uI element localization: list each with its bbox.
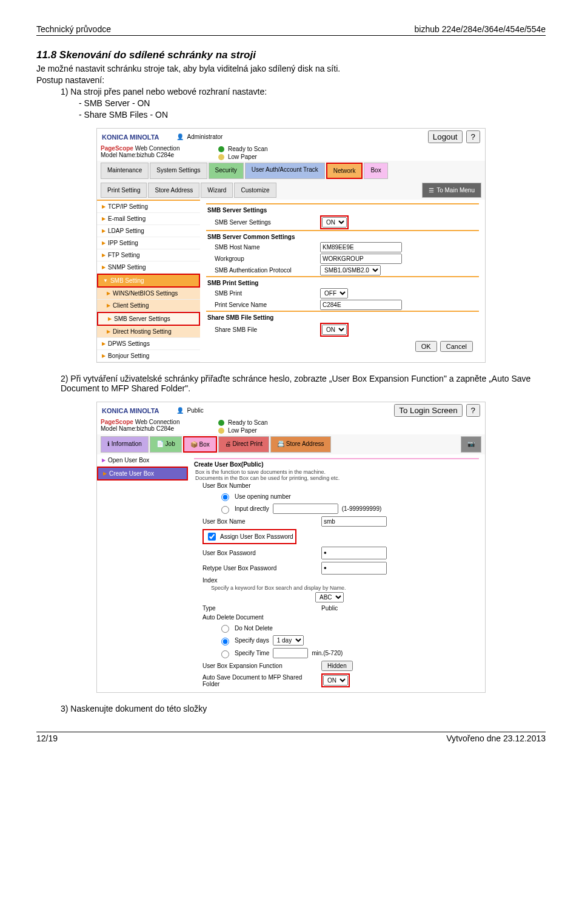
side-wins[interactable]: ▶WINS/NetBIOS Settings bbox=[97, 288, 200, 300]
ok-button[interactable]: OK bbox=[415, 341, 437, 352]
side-create-box[interactable]: ▶Create User Box bbox=[97, 467, 188, 481]
side-ldap[interactable]: ▶LDAP Setting bbox=[97, 225, 200, 237]
side-smb[interactable]: ▼SMB Setting bbox=[97, 274, 200, 288]
select-days[interactable]: 1 day bbox=[273, 635, 304, 646]
select-authproto[interactable]: SMB1.0/SMB2.0 bbox=[320, 265, 381, 275]
tab-box[interactable]: Box bbox=[364, 163, 387, 179]
camera-icon[interactable]: 📷 bbox=[461, 436, 481, 453]
chk-assign-pw[interactable] bbox=[208, 533, 216, 541]
tab-network[interactable]: Network bbox=[326, 163, 363, 179]
setup-label: Postup nastavení: bbox=[36, 75, 546, 85]
side-email[interactable]: ▶E-mail Setting bbox=[97, 213, 200, 225]
smb-server-select[interactable]: ON bbox=[322, 217, 347, 228]
radio-days[interactable] bbox=[221, 638, 229, 646]
subtab-print[interactable]: Print Setting bbox=[101, 183, 147, 198]
lbl-type: Type bbox=[202, 605, 318, 612]
val-type: Public bbox=[321, 605, 338, 612]
cancel-button[interactable]: Cancel bbox=[440, 341, 473, 352]
subtab-wizard[interactable]: Wizard bbox=[201, 183, 233, 198]
input-printname[interactable] bbox=[320, 300, 402, 310]
grp-smb-print: SMB Print Setting bbox=[206, 276, 479, 288]
tab-direct[interactable]: 🖨 Direct Print bbox=[218, 436, 269, 453]
section-title: 11.8 Skenování do sdílené schránky na st… bbox=[36, 49, 546, 61]
lbl-pw: User Box Password bbox=[202, 550, 318, 556]
tab-info[interactable]: ℹ Information bbox=[101, 436, 149, 453]
radio-time[interactable] bbox=[221, 650, 229, 658]
doc-footer: 12/19 Vytvořeno dne 23.12.2013 bbox=[36, 732, 546, 743]
select-smbprint[interactable]: OFF bbox=[320, 288, 348, 298]
step1b: - Share SMB Files - ON bbox=[79, 110, 546, 120]
select-index[interactable]: ABC bbox=[315, 592, 344, 602]
input-workgroup[interactable] bbox=[320, 254, 402, 264]
panel1-subtabs: Print Setting Store Address Wizard Custo… bbox=[97, 181, 485, 200]
panel2-tabs: ℹ Information 📄 Job 📦 Box 🖨 Direct Print… bbox=[97, 434, 485, 454]
tab-maintenance[interactable]: Maintenance bbox=[101, 163, 149, 179]
help-button[interactable]: ? bbox=[466, 130, 480, 143]
tab-store[interactable]: 📇 Store Address bbox=[270, 436, 331, 453]
side-client[interactable]: ▶Client Setting bbox=[97, 300, 200, 312]
input-boxname[interactable] bbox=[321, 516, 387, 527]
side-ipp[interactable]: ▶IPP Setting bbox=[97, 237, 200, 249]
panel1-sidebar: ▶TCP/IP Setting ▶E-mail Setting ▶LDAP Se… bbox=[97, 200, 200, 362]
sharefile-select-hl: ON bbox=[320, 323, 349, 337]
to-main-menu[interactable]: ☰To Main Menu bbox=[422, 183, 481, 198]
step2: 2) Při vytváření uživatelské schránky př… bbox=[61, 374, 546, 393]
radio-opening[interactable] bbox=[221, 493, 229, 501]
desc2: Documents in the Box can be used for pri… bbox=[194, 475, 479, 481]
doc-header: Technický průvodce bizhub 224e/284e/364e… bbox=[36, 24, 546, 36]
info-icon: ℹ bbox=[107, 440, 110, 447]
model-label-2: Model Name:bizhub C284e bbox=[101, 425, 210, 432]
lbl-printname: Print Service Name bbox=[215, 302, 318, 308]
radio-input[interactable] bbox=[221, 506, 229, 514]
brand: KONICA MINOLTA bbox=[102, 133, 159, 141]
input-pw2[interactable] bbox=[321, 562, 387, 575]
panel-admin: KONICA MINOLTA 👤Administrator Logout ? P… bbox=[96, 128, 486, 363]
tab-userauth[interactable]: User Auth/Account Track bbox=[245, 163, 325, 179]
side-snmp[interactable]: ▶SNMP Setting bbox=[97, 261, 200, 274]
input-boxnum[interactable] bbox=[273, 504, 338, 514]
job-icon: 📄 bbox=[156, 440, 164, 447]
lbl-expansion: User Box Expansion Function bbox=[202, 663, 318, 669]
panel2-sidebar: ▶Open User Box ▶Create User Box bbox=[97, 454, 188, 692]
input-hostname[interactable] bbox=[320, 242, 402, 252]
store-icon: 📇 bbox=[277, 440, 284, 447]
lbl-autodel: Auto Delete Document bbox=[202, 614, 318, 621]
box-icon: 📦 bbox=[190, 441, 198, 448]
admin-icon: 👤 bbox=[176, 133, 184, 140]
step1: 1) Na stroji přes panel nebo webové rozh… bbox=[61, 87, 546, 96]
side-smbserver[interactable]: ▶SMB Server Settings bbox=[97, 312, 200, 326]
menu-icon: ☰ bbox=[429, 187, 434, 194]
tab-system[interactable]: System Settings bbox=[150, 163, 207, 179]
logout-button[interactable]: Logout bbox=[428, 130, 463, 143]
grp-smb-server: SMB Server Settings bbox=[206, 203, 479, 215]
help-button[interactable]: ? bbox=[466, 404, 480, 417]
step3: 3) Naskenujte dokument do této složky bbox=[61, 704, 546, 713]
doc-header-right: bizhub 224e/284e/364e/454e/554e bbox=[415, 24, 546, 34]
model-label: Model Name:bizhub C284e bbox=[101, 152, 210, 158]
side-ftp[interactable]: ▶FTP Setting bbox=[97, 249, 200, 261]
side-directhost[interactable]: ▶Direct Hosting Setting bbox=[97, 326, 200, 338]
radio-nodel[interactable] bbox=[221, 625, 229, 633]
lbl-smb-server: SMB Server Settings bbox=[215, 219, 318, 226]
side-bonjour[interactable]: ▶Bonjour Setting bbox=[97, 350, 200, 362]
side-dpws[interactable]: ▶DPWS Settings bbox=[97, 338, 200, 350]
subtab-custom[interactable]: Customize bbox=[234, 183, 276, 198]
autosave-hl: ON bbox=[321, 673, 350, 687]
lbl-autosave: Auto Save Document to MFP Shared Folder bbox=[202, 674, 318, 687]
desc1: Box is the function to save documents in… bbox=[194, 469, 479, 475]
select-autosave[interactable]: ON bbox=[323, 675, 348, 686]
tab-security[interactable]: Security bbox=[209, 163, 244, 179]
side-open-box[interactable]: ▶Open User Box bbox=[97, 454, 188, 467]
btn-expansion[interactable]: Hidden bbox=[321, 661, 353, 671]
subtab-store[interactable]: Store Address bbox=[148, 183, 199, 198]
tab-box[interactable]: 📦 Box bbox=[183, 436, 217, 453]
assign-pw-hl: Assign User Box Password bbox=[202, 529, 296, 544]
input-pw[interactable] bbox=[321, 547, 387, 559]
select-sharefile[interactable]: ON bbox=[322, 325, 347, 335]
step1a: - SMB Server - ON bbox=[79, 98, 546, 108]
lbl-index: Index bbox=[202, 577, 318, 584]
side-tcpip[interactable]: ▶TCP/IP Setting bbox=[97, 201, 200, 213]
input-time[interactable] bbox=[273, 648, 308, 658]
tab-job[interactable]: 📄 Job bbox=[150, 436, 182, 453]
login-button[interactable]: To Login Screen bbox=[394, 404, 462, 417]
